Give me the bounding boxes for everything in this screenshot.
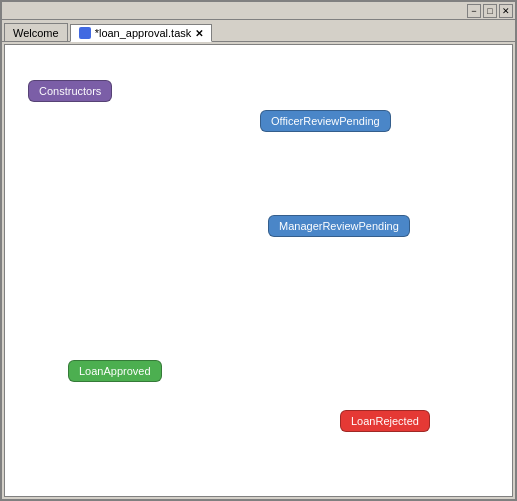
constructors-label: Constructors [39,85,101,97]
window-controls: − □ ✕ [467,4,513,18]
loan-approved-label: LoanApproved [79,365,151,377]
manager-review-node[interactable]: ManagerReviewPending [268,215,410,237]
task-icon [79,27,91,39]
manager-review-label: ManagerReviewPending [279,220,399,232]
minimize-button[interactable]: − [467,4,481,18]
tab-close-button[interactable]: ✕ [195,28,203,39]
loan-rejected-node[interactable]: LoanRejected [340,410,430,432]
loan-rejected-label: LoanRejected [351,415,419,427]
close-button[interactable]: ✕ [499,4,513,18]
tab-loan-approval[interactable]: *loan_approval.task ✕ [70,24,213,42]
loan-approved-node[interactable]: LoanApproved [68,360,162,382]
title-bar: − □ ✕ [2,2,515,20]
tab-welcome[interactable]: Welcome [4,23,68,41]
officer-review-node[interactable]: OfficerReviewPending [260,110,391,132]
maximize-button[interactable]: □ [483,4,497,18]
constructors-node[interactable]: Constructors [28,80,112,102]
officer-review-label: OfficerReviewPending [271,115,380,127]
diagram-canvas[interactable]: Constructors OfficerReviewPending Manage… [4,44,513,497]
tab-bar: Welcome *loan_approval.task ✕ [2,20,515,42]
tab-welcome-label: Welcome [13,27,59,39]
tab-loan-approval-label: *loan_approval.task [95,27,192,39]
main-window: − □ ✕ Welcome *loan_approval.task ✕ Cons… [0,0,517,501]
